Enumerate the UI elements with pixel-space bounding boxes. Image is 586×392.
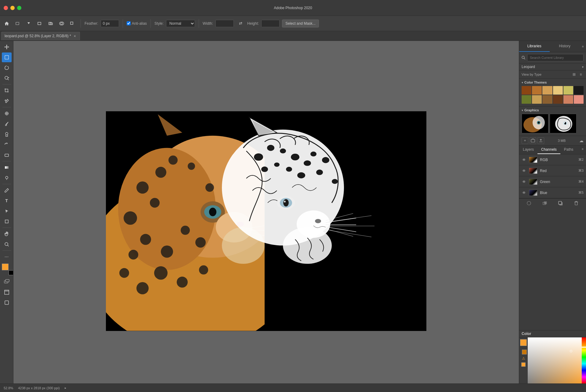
marquee-options-button[interactable] <box>24 19 33 28</box>
channel-row-red[interactable]: 👁 Red ⌘3 <box>519 165 586 176</box>
eyedropper-tool[interactable] <box>2 96 12 106</box>
path-selection-tool[interactable] <box>2 206 12 216</box>
history-tab[interactable]: History <box>550 41 580 52</box>
shape-tool[interactable] <box>2 217 12 226</box>
color-swatch-7[interactable] <box>522 95 531 104</box>
change-screen-button[interactable] <box>2 298 12 307</box>
background-swatch[interactable] <box>522 350 527 354</box>
upload-button[interactable] <box>537 137 544 144</box>
history-brush-tool[interactable] <box>2 140 12 149</box>
intersect-button[interactable] <box>57 19 66 28</box>
delete-channel-button[interactable] <box>573 200 580 207</box>
color-gradient[interactable] <box>528 337 582 383</box>
quick-mask-button[interactable] <box>2 277 12 287</box>
foreground-color[interactable] <box>2 264 9 270</box>
dropdown-arrow-icon[interactable]: ▾ <box>582 65 584 69</box>
library-dropdown[interactable]: Leopard ▾ <box>519 63 586 70</box>
rgb-visibility-icon[interactable]: 👁 <box>522 157 526 162</box>
channels-panel-collapse-button[interactable]: ≡ <box>579 146 586 154</box>
color-swatch-8[interactable] <box>532 95 542 104</box>
stamp-tool[interactable] <box>2 129 12 139</box>
anti-alias-checkbox[interactable] <box>127 21 131 25</box>
grid-view-button[interactable]: ⊞ <box>571 72 577 77</box>
color-themes-header[interactable]: ▾ Color Themes <box>519 80 586 85</box>
subtract-button[interactable] <box>46 19 55 28</box>
graphics-header[interactable]: ▾ Graphics <box>519 108 586 113</box>
search-icon <box>522 56 525 59</box>
brush-tool[interactable] <box>2 119 12 129</box>
home-button[interactable] <box>2 19 11 28</box>
close-button[interactable] <box>4 6 8 10</box>
libraries-tab[interactable]: Libraries <box>519 41 550 52</box>
add-to-library-button[interactable]: + <box>522 137 528 144</box>
hand-tool[interactable] <box>2 229 12 239</box>
tab-close-button[interactable]: ✕ <box>73 34 77 38</box>
pen-tool[interactable] <box>2 185 12 195</box>
blue-visibility-icon[interactable]: 👁 <box>522 190 526 195</box>
rectangular-marquee-button[interactable] <box>13 19 22 28</box>
color-swatch-11[interactable] <box>563 95 573 104</box>
type-tool[interactable]: T <box>2 196 12 206</box>
select-and-mask-button[interactable]: Select and Mask... <box>282 20 319 27</box>
channel-to-selection-button[interactable] <box>526 200 532 207</box>
crop-tool[interactable] <box>2 86 12 95</box>
document-tab[interactable]: leopard.psd @ 52.8% (Layer 2, RGB/8) * ✕ <box>1 32 80 40</box>
color-swatch-2[interactable] <box>532 86 542 95</box>
library-search-input[interactable] <box>527 54 584 61</box>
quick-selection-tool[interactable] <box>2 73 12 83</box>
gradient-tool[interactable] <box>2 163 12 172</box>
channel-row-rgb[interactable]: 👁 RGB ⌘2 <box>519 154 586 165</box>
healing-brush-tool[interactable] <box>2 109 12 118</box>
status-arrow-icon[interactable]: ▸ <box>65 386 66 390</box>
color-swatch-4[interactable] <box>553 86 563 95</box>
color-swatch-12[interactable] <box>574 95 584 104</box>
red-visibility-icon[interactable]: 👁 <box>522 168 526 173</box>
background-color[interactable] <box>9 270 13 275</box>
exclude-button[interactable] <box>68 19 77 28</box>
feather-input[interactable] <box>101 20 119 27</box>
canvas-area[interactable] <box>13 41 519 383</box>
screen-mode-button[interactable] <box>2 287 12 297</box>
cloud-sync-icon[interactable]: ☁ <box>579 138 584 143</box>
marquee-tool[interactable] <box>2 52 12 62</box>
color-swatch-6[interactable] <box>574 86 584 95</box>
swap-dimensions-button[interactable]: ⇄ <box>236 19 245 28</box>
create-group-button[interactable] <box>530 137 536 144</box>
new-layer-button[interactable] <box>35 19 44 28</box>
graphic-thumb-2[interactable] <box>550 114 577 133</box>
minimize-button[interactable] <box>10 6 15 10</box>
warning-icon[interactable]: ⚠ <box>522 356 525 361</box>
zoom-tool[interactable] <box>2 239 12 249</box>
list-view-button[interactable]: ≡ <box>578 72 584 77</box>
selection-to-channel-button[interactable] <box>541 200 548 207</box>
width-input[interactable] <box>215 20 234 27</box>
color-swatch-3[interactable] <box>542 86 552 95</box>
color-swatch-9[interactable] <box>542 95 552 104</box>
gamut-warning-swatch[interactable] <box>521 362 526 367</box>
layers-tab[interactable]: Layers <box>519 146 537 154</box>
lasso-tool[interactable] <box>2 63 12 73</box>
color-swatch-5[interactable] <box>563 86 573 95</box>
color-picker[interactable] <box>528 337 582 383</box>
new-channel-button[interactable] <box>557 200 564 207</box>
dodge-tool[interactable] <box>2 173 12 183</box>
foreground-swatch[interactable] <box>520 339 527 346</box>
height-input[interactable] <box>261 20 280 27</box>
graphic-thumb-1[interactable] <box>522 114 548 133</box>
green-visibility-icon[interactable]: 👁 <box>522 179 526 184</box>
panel-collapse-button[interactable]: ≡ <box>580 41 586 52</box>
channel-row-blue[interactable]: 👁 Blue ⌘5 <box>519 187 586 198</box>
extra-tools-button[interactable]: ··· <box>2 252 12 262</box>
move-tool[interactable] <box>2 42 12 52</box>
channel-row-green[interactable]: 👁 Green ⌘4 <box>519 176 586 187</box>
hue-strip[interactable] <box>582 337 586 383</box>
color-swatch-10[interactable] <box>553 95 563 104</box>
style-select[interactable]: Normal Fixed Ratio Fixed Size <box>166 20 195 27</box>
maximize-button[interactable] <box>17 6 21 10</box>
eraser-tool[interactable] <box>2 150 12 160</box>
canvas-image[interactable] <box>106 111 426 331</box>
paths-tab[interactable]: Paths <box>560 146 577 154</box>
svg-point-36 <box>128 250 138 259</box>
channels-tab[interactable]: Channels <box>537 146 560 154</box>
color-swatch-1[interactable] <box>522 86 531 95</box>
